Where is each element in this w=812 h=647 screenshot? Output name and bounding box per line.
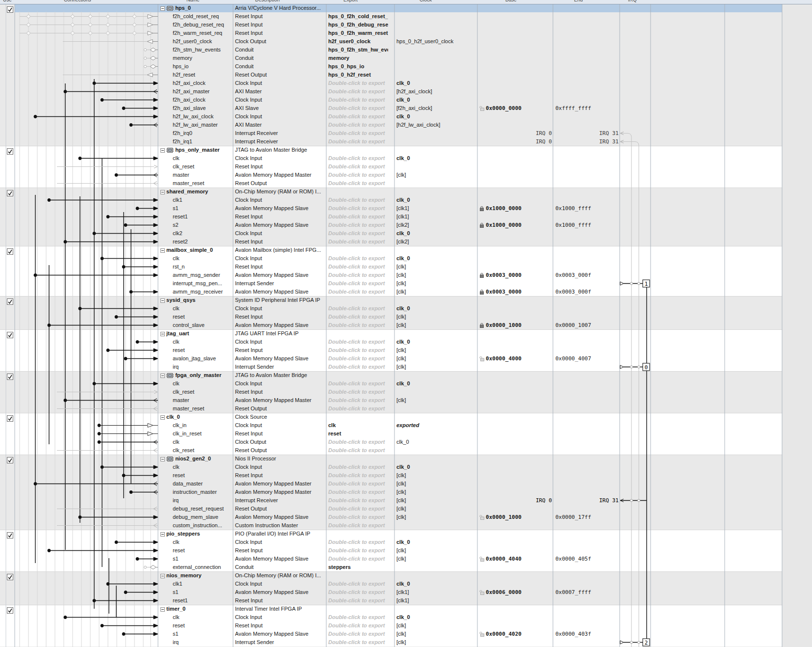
export-hint[interactable]: Double-click to export: [328, 179, 388, 188]
column-header-label[interactable]: Name: [186, 0, 200, 2]
base-address[interactable]: 0x0000_1000: [479, 513, 551, 521]
export-hint[interactable]: Double-click to export: [328, 154, 388, 162]
name-cell[interactable]: mailbox_simple_0: [160, 246, 229, 254]
column-header-label[interactable]: Description: [255, 0, 280, 2]
export-hint[interactable]: Double-click to export: [328, 580, 388, 588]
column-header-label[interactable]: Export: [343, 0, 358, 2]
export-name[interactable]: hps_0_f2h_warm_reset_...: [328, 29, 388, 37]
export-name[interactable]: h2f_user0_clock: [328, 37, 388, 46]
export-hint[interactable]: Double-click to export: [328, 221, 388, 229]
base-address[interactable]: 0x0000_1000: [479, 321, 551, 329]
name-cell[interactable]: fpga_only_master: [160, 371, 229, 379]
export-name[interactable]: hps_0_f2h_stm_hw_eve...: [328, 46, 388, 54]
export-hint[interactable]: Double-click to export: [328, 496, 388, 505]
export-hint[interactable]: Double-click to export: [328, 196, 388, 204]
export-hint[interactable]: Double-click to export: [328, 363, 388, 371]
base-address[interactable]: 0x0000_4020: [479, 630, 551, 638]
name-cell[interactable]: jtag_uart: [160, 329, 229, 338]
export-hint[interactable]: Double-click to export: [328, 137, 388, 146]
name-cell[interactable]: shared_memory: [160, 188, 229, 196]
name-cell[interactable]: nios2_gen2_0: [160, 455, 229, 463]
export-hint[interactable]: Double-click to export: [328, 162, 388, 171]
base-address[interactable]: 0x0003_0000: [479, 288, 551, 296]
export-hint[interactable]: Double-click to export: [328, 229, 388, 238]
export-name[interactable]: hps_0_f2h_cold_reset_r...: [328, 12, 388, 21]
name-cell[interactable]: pio_steppers: [160, 530, 229, 538]
export-hint[interactable]: Double-click to export: [328, 321, 388, 329]
export-hint[interactable]: Double-click to export: [328, 313, 388, 321]
export-hint[interactable]: Double-click to export: [328, 346, 388, 354]
collapse-button[interactable]: [160, 147, 165, 153]
export-hint[interactable]: Double-click to export: [328, 588, 388, 596]
export-hint[interactable]: Double-click to export: [328, 538, 388, 546]
export-hint[interactable]: Double-click to export: [328, 129, 388, 137]
column-header-label[interactable]: Connections: [64, 0, 91, 2]
collapse-button[interactable]: [160, 330, 165, 336]
export-hint[interactable]: Double-click to export: [328, 354, 388, 363]
export-hint[interactable]: Double-click to export: [328, 480, 388, 488]
export-hint[interactable]: Double-click to export: [328, 263, 388, 271]
export-name[interactable]: hps_0_hps_io: [328, 62, 388, 71]
export-hint[interactable]: Double-click to export: [328, 638, 388, 647]
export-hint[interactable]: Double-click to export: [328, 630, 388, 638]
name-cell[interactable]: timer_0: [160, 605, 229, 613]
export-hint[interactable]: Double-click to export: [328, 546, 388, 555]
export-hint[interactable]: Double-click to export: [328, 621, 388, 630]
collapse-button[interactable]: [160, 297, 165, 303]
export-hint[interactable]: Double-click to export: [328, 555, 388, 563]
export-hint[interactable]: Double-click to export: [328, 213, 388, 221]
export-hint[interactable]: Double-click to export: [328, 271, 388, 279]
export-hint[interactable]: Double-click to export: [328, 279, 388, 288]
base-address[interactable]: 0x0006_0000: [479, 588, 551, 596]
export-hint[interactable]: Double-click to export: [328, 438, 388, 446]
export-hint[interactable]: Double-click to export: [328, 404, 388, 413]
collapse-button[interactable]: [160, 247, 165, 253]
collapse-button[interactable]: [160, 531, 165, 537]
export-name[interactable]: steppers: [328, 563, 388, 571]
base-address[interactable]: 0x0000_4000: [479, 354, 551, 363]
export-hint[interactable]: Double-click to export: [328, 304, 388, 313]
export-hint[interactable]: Double-click to export: [328, 379, 388, 388]
export-hint[interactable]: Double-click to export: [328, 505, 388, 513]
export-hint[interactable]: Double-click to export: [328, 288, 388, 296]
export-hint[interactable]: Double-click to export: [328, 613, 388, 621]
export-hint[interactable]: Double-click to export: [328, 388, 388, 396]
export-hint[interactable]: Double-click to export: [328, 488, 388, 496]
export-hint[interactable]: Double-click to export: [328, 121, 388, 129]
collapse-button[interactable]: [160, 456, 165, 461]
export-hint[interactable]: Double-click to export: [328, 171, 388, 179]
export-hint[interactable]: Double-click to export: [328, 521, 388, 530]
export-name[interactable]: hps_0_f2h_debug_reset...: [328, 21, 388, 29]
collapse-button[interactable]: [160, 189, 165, 194]
column-header-label[interactable]: IRQ: [628, 0, 637, 2]
export-hint[interactable]: Double-click to export: [328, 79, 388, 87]
collapse-button[interactable]: [160, 372, 165, 378]
export-hint[interactable]: Double-click to export: [328, 238, 388, 246]
name-cell[interactable]: hps_0: [160, 4, 229, 12]
export-hint[interactable]: Double-click to export: [328, 254, 388, 263]
base-address[interactable]: 0x0000_0000: [479, 104, 551, 112]
base-address[interactable]: 0x1000_0000: [479, 221, 551, 229]
export-name[interactable]: hps_0_h2f_reset: [328, 71, 388, 79]
export-hint[interactable]: Double-click to export: [328, 112, 388, 121]
export-hint[interactable]: Double-click to export: [328, 87, 388, 96]
column-header-label[interactable]: Base: [505, 0, 517, 2]
column-header-label[interactable]: End: [574, 0, 583, 2]
name-cell[interactable]: clk_0: [160, 413, 229, 421]
column-header-label[interactable]: Clock: [419, 0, 432, 2]
export-hint[interactable]: Double-click to export: [328, 596, 388, 605]
collapse-button[interactable]: [160, 414, 165, 420]
export-hint[interactable]: Double-click to export: [328, 446, 388, 455]
export-name[interactable]: clk: [328, 421, 388, 430]
base-address[interactable]: 0x1000_0000: [479, 204, 551, 213]
export-hint[interactable]: Double-click to export: [328, 96, 388, 104]
name-cell[interactable]: nios_memory: [160, 571, 229, 580]
export-hint[interactable]: Double-click to export: [328, 396, 388, 404]
export-hint[interactable]: Double-click to export: [328, 513, 388, 521]
export-name[interactable]: reset: [328, 430, 388, 438]
base-address[interactable]: 0x0000_4040: [479, 555, 551, 563]
export-hint[interactable]: Double-click to export: [328, 463, 388, 471]
base-address[interactable]: 0x0003_0000: [479, 271, 551, 279]
column-header-label[interactable]: Use: [3, 0, 12, 2]
export-hint[interactable]: Double-click to export: [328, 471, 388, 480]
